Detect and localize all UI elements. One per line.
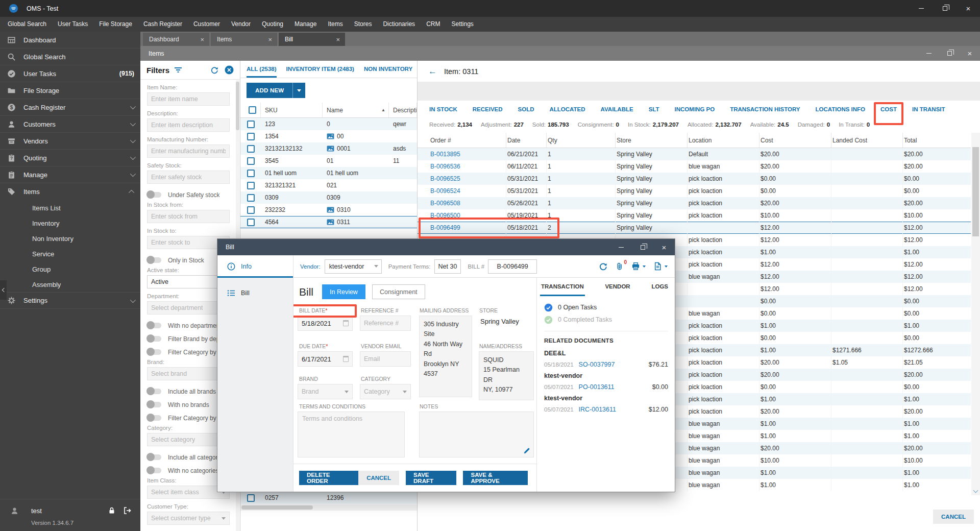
order-link[interactable]: B-0096525 bbox=[429, 173, 506, 185]
items-list-tab[interactable]: NON INVENTORY bbox=[364, 61, 412, 78]
minimize-button[interactable] bbox=[910, 0, 933, 17]
notes-textarea[interactable] bbox=[419, 412, 534, 457]
close-tab-icon[interactable]: × bbox=[336, 36, 340, 43]
right-panel-tab[interactable]: VENDOR bbox=[604, 278, 631, 296]
menu-item[interactable]: File Storage bbox=[93, 17, 138, 32]
close-tab-icon[interactable]: × bbox=[268, 36, 272, 43]
reference-input[interactable]: Reference # bbox=[360, 316, 411, 331]
item-row[interactable]: 4564 0311 bbox=[240, 216, 417, 228]
vendor-select[interactable]: ktest-vendor bbox=[325, 259, 382, 274]
menu-item[interactable]: Quoting bbox=[256, 17, 289, 32]
attachments-icon[interactable]: 0 bbox=[615, 262, 624, 271]
order-link[interactable]: B-0013895 bbox=[429, 148, 506, 160]
cost-row[interactable]: B-0013895 06/21/2021 1 Spring Valley Def… bbox=[418, 148, 971, 160]
select-all-checkbox[interactable] bbox=[240, 103, 261, 117]
print-icon[interactable] bbox=[631, 262, 640, 271]
cost-row[interactable]: B-0096525 05/31/2021 1 Spring Valley pic… bbox=[418, 173, 971, 185]
order-link[interactable]: B-0096524 bbox=[429, 185, 506, 197]
filter-input[interactable]: Enter item description bbox=[147, 118, 230, 132]
item-row[interactable]: 321321321 021 bbox=[240, 179, 417, 191]
filter-input[interactable]: Enter stock from bbox=[147, 210, 230, 223]
inner-minimize-button[interactable] bbox=[919, 46, 939, 61]
sidebar-item[interactable]: Inventory bbox=[0, 215, 140, 231]
category-select[interactable]: Category bbox=[360, 384, 411, 399]
item-row[interactable]: 3545 01 11 bbox=[240, 155, 417, 167]
maximize-button[interactable] bbox=[933, 0, 957, 17]
menu-item[interactable]: Vendor bbox=[226, 17, 256, 32]
menu-item[interactable]: Stores bbox=[349, 17, 378, 32]
cancel-button[interactable]: CANCEL bbox=[358, 471, 399, 485]
detail-tab[interactable]: SOLD bbox=[518, 106, 534, 112]
toggle-switch[interactable] bbox=[147, 192, 161, 198]
inner-restore-button[interactable] bbox=[939, 46, 960, 61]
sidebar-item[interactable]: Customers bbox=[0, 116, 140, 133]
toggle-switch[interactable] bbox=[147, 323, 161, 328]
menu-item[interactable]: Items bbox=[322, 17, 348, 32]
inner-close-button[interactable]: × bbox=[960, 46, 980, 61]
sidebar-item[interactable]: Group bbox=[0, 261, 140, 277]
sidebar-item[interactable]: Items bbox=[0, 183, 140, 200]
document-link[interactable]: IRC-0013611 bbox=[579, 406, 616, 413]
menu-item[interactable]: CRM bbox=[421, 17, 446, 32]
calendar-icon[interactable] bbox=[343, 320, 349, 326]
document-tab[interactable]: Bill × bbox=[279, 33, 345, 46]
logout-icon[interactable] bbox=[123, 506, 131, 515]
detail-tab[interactable]: SLT bbox=[649, 106, 659, 112]
right-panel-tab[interactable]: LOGS bbox=[650, 278, 669, 296]
nav-info[interactable]: Info bbox=[217, 255, 293, 277]
bill-date-input[interactable]: 5/18/2021 bbox=[298, 316, 353, 331]
due-date-input[interactable]: 6/17/2021 bbox=[298, 351, 353, 367]
export-dropdown-icon[interactable] bbox=[665, 266, 668, 268]
document-tab[interactable]: Dashboard × bbox=[143, 33, 209, 46]
menu-item[interactable]: Dictionaries bbox=[377, 17, 421, 32]
item-row[interactable]: 32132132132 0001 asds bbox=[240, 142, 417, 155]
lock-icon[interactable] bbox=[108, 506, 116, 515]
items-list-tab[interactable]: ALL (2538) bbox=[247, 61, 277, 78]
cost-row[interactable]: B-0096508 05/26/2021 1 Spring Valley pic… bbox=[418, 197, 971, 209]
sidebar-item[interactable]: $ Cash Register bbox=[0, 99, 140, 116]
menu-item[interactable]: Settings bbox=[446, 17, 479, 32]
payment-terms-value[interactable]: Net 30 bbox=[434, 259, 461, 274]
sidebar-item[interactable]: Assembly bbox=[0, 277, 140, 292]
right-panel-tab[interactable]: TRANSACTION bbox=[540, 278, 585, 296]
toggle-switch[interactable] bbox=[147, 257, 161, 263]
menu-item[interactable]: Customer bbox=[188, 17, 226, 32]
sidebar-item[interactable]: Service bbox=[0, 246, 140, 261]
toggle-switch[interactable] bbox=[147, 454, 161, 460]
bill-number-value[interactable]: B-0096499 bbox=[488, 259, 537, 274]
detail-vertical-scrollbar[interactable] bbox=[971, 133, 980, 495]
row-checkbox[interactable] bbox=[247, 182, 255, 189]
detail-tab[interactable]: ALLOCATED bbox=[550, 106, 585, 112]
add-new-dropdown[interactable] bbox=[292, 83, 305, 98]
sidebar-item[interactable]: File Storage bbox=[0, 82, 140, 99]
filter-select[interactable]: Select customer type bbox=[147, 512, 230, 525]
row-checkbox[interactable] bbox=[247, 157, 255, 165]
item-row[interactable]: 1354 00 bbox=[240, 130, 417, 142]
terms-textarea[interactable]: Terms and conditions bbox=[298, 412, 405, 457]
detail-tab[interactable]: RECEIVED bbox=[473, 106, 503, 112]
menu-item[interactable]: Global Search bbox=[2, 17, 52, 32]
document-link[interactable]: SO-0037997 bbox=[579, 361, 615, 368]
save-approve-button[interactable]: SAVE & APPROVE bbox=[463, 471, 528, 485]
add-new-button[interactable]: ADD NEW bbox=[247, 83, 305, 98]
dialog-minimize-button[interactable] bbox=[610, 239, 632, 255]
row-checkbox[interactable] bbox=[247, 133, 255, 140]
sidebar-item[interactable]: Dashboard bbox=[0, 32, 140, 49]
order-link[interactable]: B-0096508 bbox=[429, 197, 506, 209]
sidebar-collapse-handle[interactable] bbox=[0, 280, 7, 300]
sidebar-item[interactable]: Manage bbox=[0, 166, 140, 183]
detail-tab[interactable]: TRANSACTION HISTORY bbox=[730, 106, 800, 112]
dialog-close-button[interactable]: × bbox=[653, 239, 675, 255]
filter-toggle[interactable]: Under Safety stock bbox=[147, 188, 230, 201]
toggle-switch[interactable] bbox=[147, 389, 161, 394]
toggle-switch[interactable] bbox=[147, 349, 161, 355]
back-arrow-icon[interactable]: ← bbox=[428, 66, 437, 77]
row-checkbox[interactable] bbox=[247, 120, 255, 128]
sidebar-item[interactable]: Items List bbox=[0, 200, 140, 215]
row-checkbox[interactable] bbox=[247, 494, 255, 502]
menu-item[interactable]: User Tasks bbox=[52, 17, 93, 32]
brand-select[interactable]: Brand bbox=[298, 384, 353, 399]
sidebar-item[interactable]: Vendors bbox=[0, 133, 140, 150]
dialog-maximize-button[interactable] bbox=[632, 239, 653, 255]
filter-input[interactable]: Enter safety stock bbox=[147, 171, 230, 184]
